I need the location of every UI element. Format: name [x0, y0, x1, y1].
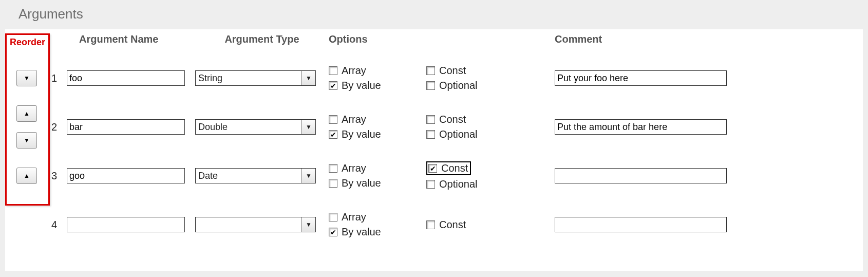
row-number: 1 [51, 72, 67, 84]
const-label: Const [439, 114, 466, 125]
array-label: Array [342, 65, 366, 77]
argument-row: ▼1String▼ArrayBy valueConstOptional [5, 55, 863, 101]
const-checkbox[interactable] [426, 115, 435, 124]
arguments-panel: Reorder Argument Name Argument Type Opti… [5, 29, 863, 271]
argument-name-input[interactable] [67, 119, 185, 135]
comment-input[interactable] [555, 217, 727, 232]
by-value-label: By value [342, 80, 381, 91]
const-label: Const [439, 219, 466, 231]
array-label: Array [342, 114, 366, 125]
array-checkbox[interactable] [329, 115, 337, 124]
chevron-down-icon: ▼ [301, 169, 315, 183]
argument-type-select[interactable]: Double▼ [195, 119, 316, 135]
row-number: 4 [51, 219, 67, 231]
header-argument-name: Argument Name [67, 33, 195, 45]
array-checkbox[interactable] [329, 164, 337, 173]
by-value-checkbox[interactable] [329, 179, 337, 188]
const-checkbox[interactable] [426, 220, 435, 229]
argument-type-select[interactable]: String▼ [195, 70, 316, 86]
row-number: 3 [51, 170, 67, 182]
argument-row: ▲▼2Double▼ArrayBy valueConstOptional [5, 104, 863, 150]
optional-checkbox[interactable] [426, 130, 435, 139]
header-options: Options [329, 33, 426, 45]
optional-checkbox[interactable] [426, 180, 435, 189]
argument-type-value: Date [198, 171, 218, 181]
chevron-down-icon: ▼ [301, 71, 315, 85]
reorder-annotation-box: Reorder [5, 33, 50, 206]
array-checkbox[interactable] [329, 66, 337, 75]
array-label: Array [342, 162, 366, 174]
argument-name-input[interactable] [67, 70, 185, 86]
chevron-down-icon: ▼ [301, 120, 315, 134]
array-label: Array [342, 211, 366, 223]
const-checkbox[interactable] [426, 66, 435, 75]
row-number: 2 [51, 121, 67, 133]
by-value-checkbox[interactable] [329, 228, 337, 236]
array-checkbox[interactable] [329, 213, 337, 221]
by-value-label: By value [342, 128, 381, 140]
argument-row: ▲3Date▼ArrayBy valueConstOptional [5, 153, 863, 199]
by-value-label: By value [342, 226, 381, 238]
argument-name-input[interactable] [67, 168, 185, 183]
const-label: Const [439, 65, 466, 77]
const-checkbox[interactable] [428, 164, 437, 173]
reorder-annotation-label: Reorder [7, 37, 48, 48]
argument-type-value: String [198, 73, 222, 84]
optional-label: Optional [439, 178, 478, 190]
chevron-down-icon: ▼ [301, 217, 315, 232]
optional-checkbox[interactable] [426, 81, 435, 90]
argument-name-input[interactable] [67, 217, 185, 232]
argument-type-select[interactable]: ▼ [195, 217, 316, 232]
comment-input[interactable] [555, 70, 727, 86]
by-value-label: By value [342, 177, 381, 189]
optional-label: Optional [439, 80, 478, 91]
by-value-checkbox[interactable] [329, 81, 337, 90]
argument-row: 4▼ArrayBy valueConst [5, 201, 863, 248]
comment-input[interactable] [555, 168, 727, 183]
header-comment: Comment [555, 33, 740, 45]
argument-type-select[interactable]: Date▼ [195, 168, 316, 183]
argument-type-value: Double [198, 122, 228, 133]
page-title: Arguments [0, 0, 868, 29]
by-value-checkbox[interactable] [329, 130, 337, 139]
header-argument-type: Argument Type [195, 33, 329, 45]
comment-input[interactable] [555, 119, 727, 135]
optional-label: Optional [439, 128, 478, 140]
const-label: Const [441, 162, 468, 174]
